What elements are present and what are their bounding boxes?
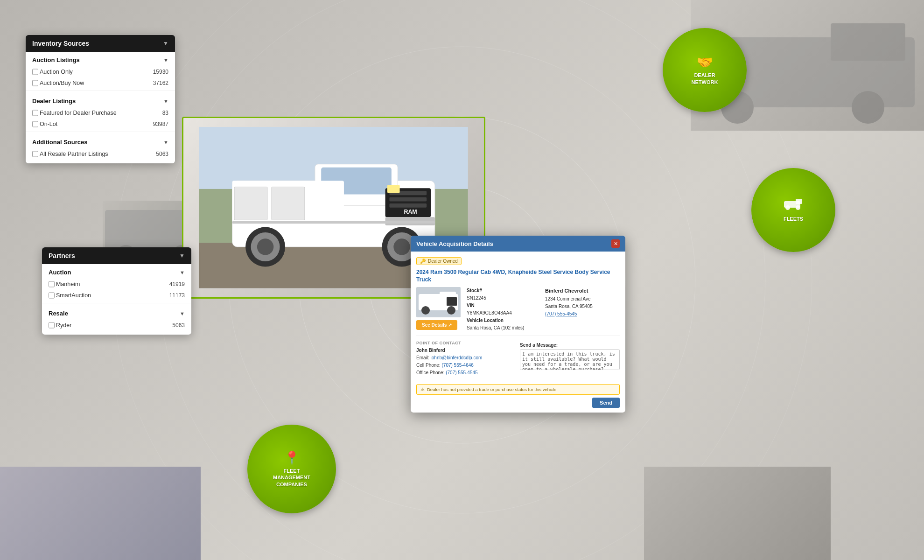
contact-cell-row: Cell Phone: (707) 555-4646 <box>416 362 516 369</box>
resale-partner-count: 5063 <box>156 151 168 157</box>
auction-buy-now-item[interactable]: Auction/Buy Now 37162 <box>26 77 175 89</box>
auction-buy-now-count: 37162 <box>153 80 168 86</box>
partners-auction-label: Auction <box>49 269 71 276</box>
location-pin-icon: 📍 <box>284 450 300 466</box>
partners-resale-chevron: ▼ <box>180 311 185 316</box>
ryder-item[interactable]: Ryder 5063 <box>42 320 191 331</box>
bg-image-bottom-left <box>0 467 201 560</box>
svg-rect-36 <box>796 199 802 204</box>
contact-cell-label: Cell Phone: <box>416 363 441 368</box>
featured-dealer-item[interactable]: Featured for Dealer Purchase 83 <box>26 107 175 119</box>
vehicle-title: 2024 Ram 3500 Regular Cab 4WD, Knapheide… <box>416 269 620 283</box>
svg-point-30 <box>257 238 273 255</box>
svg-point-38 <box>796 205 800 210</box>
footer-warning: ⚠ Dealer has not provided a trade or pur… <box>416 384 620 395</box>
contact-office-link[interactable]: (707) 555-4545 <box>446 370 477 375</box>
svg-text:RAM: RAM <box>404 209 417 215</box>
inventory-panel-title: Inventory Sources <box>32 40 89 47</box>
modal-footer: ⚠ Dealer has not provided a trade or pur… <box>411 381 625 413</box>
message-section: Send a Message: I am interested in this … <box>520 343 620 376</box>
fleet-management-badge: 📍 FLEETMANAGEMENTCOMPANIES <box>247 425 336 513</box>
inventory-sources-panel: Inventory Sources ▼ Auction Listings ▼ A… <box>26 35 175 163</box>
divider-1 <box>26 91 175 91</box>
svg-rect-27 <box>272 187 305 220</box>
handshake-icon: 🤝 <box>697 55 713 70</box>
featured-dealer-label: Featured for Dealer Purchase <box>40 110 117 116</box>
dealer-network-label: DEALERNETWORK <box>692 72 718 85</box>
contact-cell-link[interactable]: (707) 555-4646 <box>441 363 473 368</box>
contact-email-link[interactable]: johnb@binferddcdlp.com <box>431 355 483 360</box>
dealer-owned-badge: 🔑 Dealer Owned <box>416 257 462 265</box>
dealer-info: Binferd Chevrolet 1234 Commercial Ave Sa… <box>545 287 620 318</box>
fleets-badge: FLEETS <box>751 168 835 252</box>
svg-rect-26 <box>234 187 267 220</box>
acquisition-modal: Vehicle Acquisition Details ✕ 🔑 Dealer O… <box>411 236 625 413</box>
inventory-panel-chevron: ▼ <box>163 40 168 47</box>
partners-panel-chevron: ▼ <box>179 252 185 259</box>
partners-panel-header[interactable]: Partners ▼ <box>42 247 191 264</box>
manheim-item[interactable]: Manheim 41919 <box>42 279 191 290</box>
message-label: Send a Message: <box>520 343 620 348</box>
partners-auction-header[interactable]: Auction ▼ <box>42 264 191 279</box>
partners-panel: Partners ▼ Auction ▼ Manheim 41919 Smart… <box>42 247 191 335</box>
thumbnail-truck <box>416 287 461 317</box>
additional-sources-header[interactable]: Additional Sources ▼ <box>26 134 175 148</box>
dealer-listings-chevron: ▼ <box>163 98 168 104</box>
vehicle-specs: Stock# SN12245 VIN Y8MKA9CE8O48AA4 Vehic… <box>467 287 541 332</box>
resale-partner-item[interactable]: All Resale Partner Listings 5063 <box>26 148 175 160</box>
send-button[interactable]: Send <box>592 398 620 408</box>
fleet-management-label: FLEETMANAGEMENTCOMPANIES <box>273 468 310 488</box>
auction-only-count: 15930 <box>153 69 168 75</box>
stock-value: SN12245 <box>467 294 541 302</box>
on-lot-item[interactable]: On-Lot 93987 <box>26 119 175 130</box>
contact-email-row: Email: johnb@binferddcdlp.com <box>416 354 516 362</box>
modal-content-grid: See Details ↗ Stock# SN12245 VIN Y8MKA9C… <box>416 287 620 332</box>
contact-office-row: Office Phone: (707) 555-4545 <box>416 369 516 377</box>
svg-point-8 <box>852 91 884 124</box>
key-icon: 🔑 <box>420 259 426 264</box>
svg-rect-34 <box>232 221 435 224</box>
manheim-count: 41919 <box>169 281 185 287</box>
on-lot-count: 93987 <box>153 121 168 127</box>
bg-image-bottom-right <box>644 467 831 560</box>
smartauction-count: 11173 <box>169 292 185 299</box>
divider-3 <box>42 303 191 303</box>
auction-listings-header[interactable]: Auction Listings ▼ <box>26 52 175 66</box>
partners-resale-header[interactable]: Resale ▼ <box>42 305 191 320</box>
auction-only-label: Auction Only <box>40 69 73 75</box>
svg-rect-6 <box>831 23 905 61</box>
on-lot-label: On-Lot <box>40 121 57 127</box>
resale-partner-label: All Resale Partner Listings <box>40 151 108 157</box>
vin-label: VIN <box>467 303 475 308</box>
manheim-label: Manheim <box>56 281 80 287</box>
dealer-network-badge: 🤝 DEALERNETWORK <box>663 28 747 112</box>
svg-point-37 <box>785 205 790 210</box>
partners-resale-label: Resale <box>49 310 68 317</box>
dealer-listings-header[interactable]: Dealer Listings ▼ <box>26 93 175 107</box>
dealer-phone-link[interactable]: (707) 555-4545 <box>545 311 577 316</box>
dealer-owned-label: Dealer Owned <box>428 259 458 264</box>
message-textarea[interactable]: I am interested in this truck, is it sti… <box>520 349 620 370</box>
svg-point-33 <box>393 238 410 255</box>
smartauction-item[interactable]: SmartAuction 11173 <box>42 290 191 301</box>
fleets-label: FLEETS <box>784 216 803 222</box>
auction-listings-chevron: ▼ <box>163 57 168 63</box>
dealer-listings-label: Dealer Listings <box>32 98 76 105</box>
auction-only-item[interactable]: Auction Only 15930 <box>26 66 175 77</box>
stock-label: Stock# <box>467 288 482 293</box>
modal-titlebar: Vehicle Acquisition Details ✕ <box>411 236 625 252</box>
ryder-label: Ryder <box>56 322 71 329</box>
contact-section: POINT OF CONTACT John Binferd Email: joh… <box>416 340 516 376</box>
contact-name: John Binferd <box>416 347 516 354</box>
modal-close-button[interactable]: ✕ <box>611 239 620 248</box>
dealer-address: 1234 Commercial Ave <box>545 295 620 303</box>
modal-body: 🔑 Dealer Owned 2024 Ram 3500 Regular Cab… <box>411 252 625 381</box>
footer-warning-text: Dealer has not provided a trade or purch… <box>427 387 558 392</box>
warning-icon: ⚠ <box>420 387 425 392</box>
inventory-panel-header[interactable]: Inventory Sources ▼ <box>26 35 175 52</box>
svg-point-42 <box>421 306 430 315</box>
see-details-button[interactable]: See Details ↗ <box>416 320 457 330</box>
vehicle-thumbnail <box>416 287 461 317</box>
svg-rect-21 <box>390 203 427 208</box>
modal-title: Vehicle Acquisition Details <box>416 240 493 247</box>
